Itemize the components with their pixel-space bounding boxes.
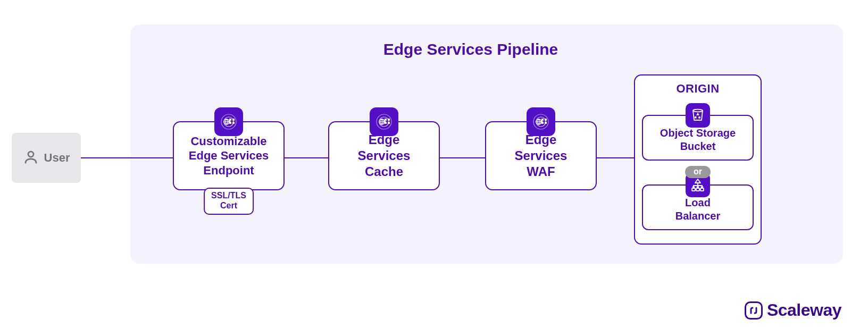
user-label: User bbox=[44, 151, 70, 165]
text-line: Object Storage bbox=[647, 127, 748, 140]
svg-rect-8 bbox=[232, 122, 235, 124]
svg-rect-30 bbox=[695, 116, 697, 119]
cache-label: Edge Services Cache bbox=[358, 132, 411, 180]
origin-object-storage: Object Storage Bucket bbox=[642, 115, 754, 161]
edge-services-icon bbox=[214, 107, 243, 136]
svg-point-0 bbox=[28, 152, 34, 157]
svg-rect-26 bbox=[545, 122, 547, 124]
svg-rect-24 bbox=[545, 119, 547, 121]
waf-stage: Edge Services WAF bbox=[485, 121, 597, 190]
origin-title: ORIGIN bbox=[676, 82, 719, 96]
ssl-cert-badge: SSL/TLS Cert bbox=[204, 188, 254, 215]
svg-rect-15 bbox=[388, 119, 390, 121]
svg-rect-39 bbox=[696, 188, 699, 191]
load-balancer-label: Load Balancer bbox=[647, 196, 748, 223]
text-line: WAF bbox=[515, 164, 567, 180]
svg-marker-32 bbox=[695, 179, 700, 183]
edge-services-icon bbox=[527, 107, 555, 136]
endpoint-label: Customizable Edge Services Endpoint bbox=[189, 134, 269, 178]
endpoint-stage: Customizable Edge Services Endpoint SSL/… bbox=[173, 121, 285, 190]
svg-rect-14 bbox=[385, 119, 387, 121]
text-line: Balancer bbox=[647, 209, 748, 223]
svg-rect-6 bbox=[232, 119, 235, 121]
object-storage-label: Object Storage Bucket bbox=[647, 127, 748, 153]
brand-name: Scaleway bbox=[767, 300, 841, 320]
text-line: Endpoint bbox=[189, 163, 269, 178]
text-line: Edge Services bbox=[189, 148, 269, 163]
text-line: Services bbox=[358, 148, 411, 164]
origin-box: ORIGIN Object Storage Bucket or bbox=[634, 74, 762, 245]
waf-label: Edge Services WAF bbox=[515, 132, 567, 180]
svg-rect-17 bbox=[388, 122, 390, 124]
text-line: Bucket bbox=[647, 140, 748, 153]
connector-line bbox=[285, 157, 328, 158]
svg-rect-23 bbox=[541, 119, 544, 121]
connector-line bbox=[81, 157, 173, 158]
svg-rect-40 bbox=[700, 188, 704, 191]
cache-stage: Edge Services Cache bbox=[328, 121, 440, 190]
text-line: Cert bbox=[211, 201, 246, 211]
svg-rect-5 bbox=[229, 119, 231, 121]
user-box: User bbox=[12, 133, 81, 183]
connector-line bbox=[597, 157, 634, 158]
scaleway-logo-icon bbox=[745, 301, 763, 320]
svg-rect-38 bbox=[692, 188, 695, 191]
svg-marker-29 bbox=[696, 113, 699, 115]
text-line: Cache bbox=[358, 164, 411, 180]
object-storage-icon bbox=[686, 103, 710, 128]
origin-load-balancer: Load Balancer bbox=[642, 184, 754, 230]
svg-point-31 bbox=[698, 116, 700, 119]
brand: Scaleway bbox=[0, 300, 841, 320]
text-line: SSL/TLS bbox=[211, 191, 246, 200]
connector-line bbox=[440, 157, 485, 158]
text-line: Load bbox=[647, 196, 748, 209]
text-line: Services bbox=[515, 148, 567, 164]
edge-services-icon bbox=[370, 107, 398, 136]
svg-rect-41 bbox=[745, 302, 762, 318]
or-pill: or bbox=[685, 166, 711, 178]
pipeline-title: Edge Services Pipeline bbox=[130, 40, 811, 58]
svg-point-28 bbox=[693, 110, 703, 112]
user-icon bbox=[23, 149, 39, 167]
